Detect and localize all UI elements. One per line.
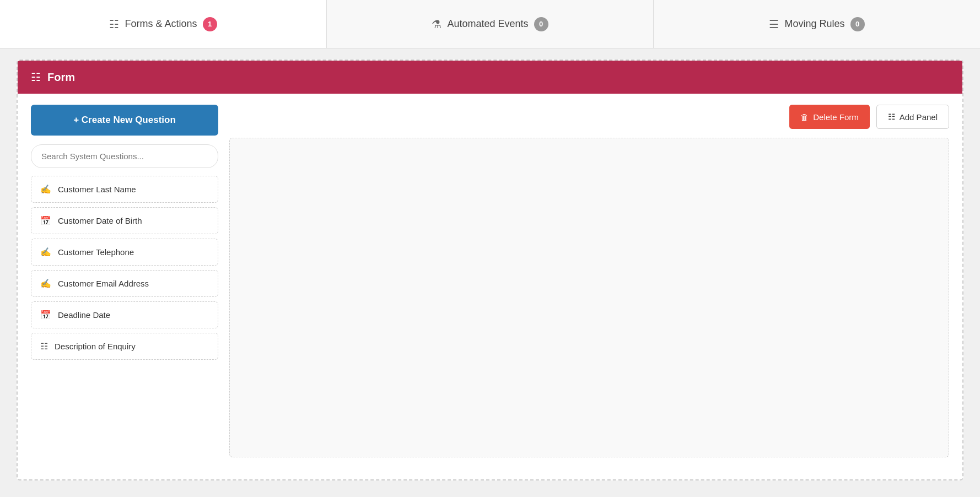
- calendar-icon: 📅: [40, 310, 51, 320]
- form-container: ☷ Form + Create New Question ✍ Customer …: [17, 60, 963, 480]
- tab-bar: ☷ Forms & Actions 1 ⚗ Automated Events 0…: [0, 0, 980, 48]
- drop-area: [229, 138, 949, 457]
- tab-moving-rules-label: Moving Rules: [784, 18, 844, 30]
- question-customer-dob: Customer Date of Birth: [58, 216, 142, 225]
- tab-automated-events-label: Automated Events: [447, 18, 528, 30]
- right-panel: 🗑 Delete Form ☷ Add Panel: [229, 105, 949, 468]
- list-icon: ☷: [109, 18, 119, 31]
- tab-moving-rules-badge: 0: [850, 17, 865, 31]
- question-customer-last-name: Customer Last Name: [58, 185, 136, 194]
- action-buttons: 🗑 Delete Form ☷ Add Panel: [229, 105, 949, 129]
- tab-forms-actions-badge: 1: [203, 17, 217, 31]
- list-icon: ☷: [40, 341, 48, 352]
- list-item[interactable]: 📅 Customer Date of Birth: [31, 207, 218, 234]
- list-item[interactable]: ✍ Customer Email Address: [31, 270, 218, 297]
- panel-icon: ☷: [888, 112, 895, 122]
- main-content: ☷ Form + Create New Question ✍ Customer …: [0, 48, 980, 491]
- tab-moving-rules[interactable]: ☰ Moving Rules 0: [654, 0, 980, 48]
- chat-icon: ✍: [40, 184, 51, 195]
- question-customer-telephone: Customer Telephone: [58, 247, 134, 257]
- flask-icon: ⚗: [432, 18, 441, 31]
- list-item[interactable]: 📅 Deadline Date: [31, 301, 218, 328]
- form-body: + Create New Question ✍ Customer Last Na…: [18, 94, 962, 479]
- question-deadline-date: Deadline Date: [58, 310, 110, 320]
- chat-icon: ✍: [40, 247, 51, 257]
- calendar-icon: 📅: [40, 215, 51, 226]
- sliders-icon: ☰: [769, 18, 779, 31]
- list-item[interactable]: ✍ Customer Telephone: [31, 239, 218, 266]
- add-panel-button[interactable]: ☷ Add Panel: [876, 105, 949, 129]
- form-header: ☷ Form: [18, 61, 962, 94]
- list-item[interactable]: ✍ Customer Last Name: [31, 176, 218, 203]
- list-item[interactable]: ☷ Description of Enquiry: [31, 333, 218, 360]
- question-customer-email: Customer Email Address: [58, 279, 149, 288]
- delete-form-button[interactable]: 🗑 Delete Form: [789, 105, 870, 129]
- form-header-icon: ☷: [31, 71, 41, 84]
- create-new-question-button[interactable]: + Create New Question: [31, 105, 218, 136]
- chat-icon: ✍: [40, 278, 51, 289]
- trash-icon: 🗑: [800, 112, 809, 122]
- tab-forms-actions[interactable]: ☷ Forms & Actions 1: [0, 0, 327, 48]
- left-panel: + Create New Question ✍ Customer Last Na…: [31, 105, 218, 468]
- form-header-title: Form: [47, 71, 75, 84]
- tab-forms-actions-label: Forms & Actions: [125, 18, 197, 30]
- tab-automated-events[interactable]: ⚗ Automated Events 0: [327, 0, 654, 48]
- tab-automated-events-badge: 0: [534, 17, 548, 31]
- question-description-of-enquiry: Description of Enquiry: [55, 342, 136, 351]
- search-questions-input[interactable]: [31, 144, 218, 168]
